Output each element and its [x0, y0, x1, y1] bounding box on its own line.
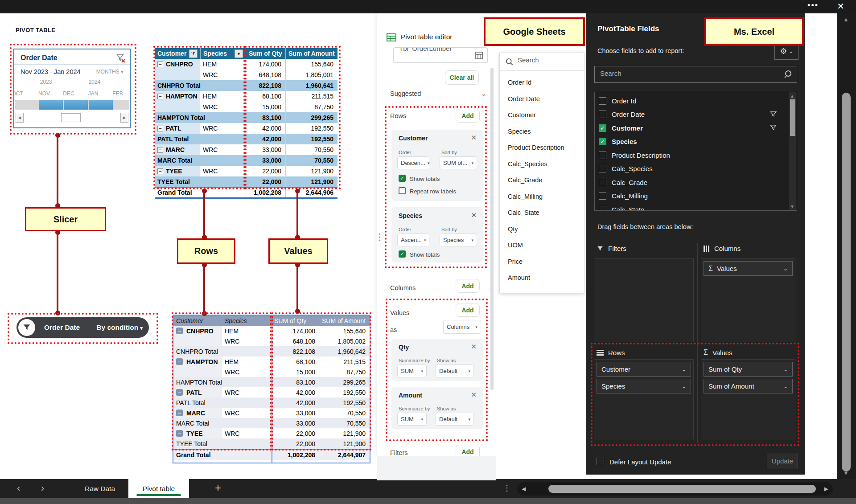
field-checkbox[interactable]	[599, 179, 606, 186]
order-dropdown[interactable]: Descen...▾	[397, 156, 429, 169]
table-total-row[interactable]: HAMPTON Total83,100299,265	[155, 112, 337, 123]
defer-layout-checkbox[interactable]	[597, 458, 604, 465]
scrollbar-thumb[interactable]	[842, 93, 851, 471]
show-totals-checkbox[interactable]: ✓	[399, 175, 406, 182]
field-list-item[interactable]: Price	[508, 258, 523, 265]
area-field-item[interactable]: Customer⌄	[597, 362, 691, 377]
collapse-icon[interactable]: −	[176, 389, 183, 396]
field-checkbox-checked[interactable]: ✓	[599, 124, 606, 132]
sort-filter-icon[interactable]	[189, 49, 198, 58]
slicer-scroll-left[interactable]: ◀	[16, 113, 24, 123]
remove-field-icon[interactable]: ✕	[471, 343, 477, 351]
slicer-selected-segment[interactable]	[39, 100, 63, 110]
show-totals-checkbox[interactable]: ✓	[399, 250, 406, 258]
field-list-item[interactable]: UOM	[508, 242, 523, 249]
field-list-item[interactable]: Amount	[508, 274, 530, 281]
field-list-item[interactable]: Customer	[508, 111, 536, 119]
table-row[interactable]: −MARCWRC33,00070,550	[155, 144, 337, 155]
field-row[interactable]: Order Date	[595, 108, 797, 121]
tab-scroll-right-icon[interactable]: ›	[41, 483, 44, 494]
field-row[interactable]: Order Id	[595, 94, 797, 107]
rows-add-button[interactable]: Add	[456, 109, 480, 123]
collapse-icon[interactable]: −	[157, 126, 163, 131]
fields-search-input[interactable]	[600, 70, 774, 77]
field-list-item[interactable]: Calc_State	[508, 209, 539, 216]
clear-all-button[interactable]: Clear all	[445, 70, 479, 85]
remove-field-icon[interactable]: ✕	[471, 134, 477, 142]
field-list-item[interactable]: Calc_Grade	[508, 176, 542, 184]
table-row[interactable]: −TYEEWRC22,000121,900	[155, 166, 337, 176]
slicer-month-label[interactable]: FEB	[106, 90, 130, 97]
collapse-icon[interactable]: −	[157, 94, 163, 99]
scroll-left-icon[interactable]: ◀	[522, 486, 526, 492]
field-list-item[interactable]: Calc_Milling	[508, 193, 543, 200]
slicer-month-label[interactable]: DEC	[57, 90, 81, 97]
column-header[interactable]: Customer	[155, 48, 200, 59]
field-list-item[interactable]: Calc_Species	[508, 160, 547, 168]
field-list-item[interactable]: Species	[508, 128, 531, 135]
fields-search-box[interactable]	[594, 66, 797, 83]
scroll-right-icon[interactable]: ▶	[824, 486, 828, 492]
tab-pivot-table[interactable]: Pivot table	[128, 479, 189, 498]
values-drop-area[interactable]: Sum of Qty⌄Sum of Amount⌄	[701, 359, 795, 439]
field-row[interactable]: Calc_State	[595, 203, 797, 211]
field-checkbox[interactable]	[599, 165, 606, 172]
table-row[interactable]: −HAMPTONHEM68,100211,515	[155, 91, 337, 102]
slicer-period-select[interactable]: MONTHS ▾	[96, 69, 123, 75]
timeline-slicer[interactable]: Order Date Nov 2023 - Jan 2024 MONTHS ▾ …	[13, 49, 131, 128]
column-header[interactable]: SUM of Qty	[272, 316, 319, 326]
collapse-icon[interactable]: −	[176, 410, 183, 416]
column-header[interactable]: Sum of Qty	[246, 48, 285, 59]
summarize-dropdown[interactable]: SUM▾	[397, 365, 427, 377]
table-row[interactable]: −CNHPROHEM174,000155,640	[155, 59, 337, 70]
excel-pivot-table[interactable]: CustomerSpecies▾Sum of QtySum of Amount−…	[155, 48, 337, 199]
collapse-icon[interactable]: −	[176, 430, 183, 437]
slicer-scroll-thumb[interactable]	[61, 113, 81, 122]
field-row[interactable]: Product Description	[595, 148, 797, 162]
field-list-item[interactable]: Product Description	[508, 144, 564, 151]
field-list-item[interactable]: Qty	[508, 225, 518, 233]
sortby-dropdown[interactable]: SUM of...▾	[440, 156, 477, 169]
values-add-button[interactable]: Add	[456, 303, 480, 317]
repeat-row-labels-checkbox[interactable]	[399, 187, 406, 194]
showas-dropdown[interactable]: Default▾	[436, 365, 474, 377]
table-total-row[interactable]: PATL Total42,000192,550	[155, 134, 337, 144]
field-card-species[interactable]: Species ✕ Order Sort by Ascen...▾ Specie…	[391, 207, 483, 262]
column-header[interactable]: Customer	[173, 316, 222, 326]
suggested-section[interactable]: Suggested	[390, 90, 421, 97]
showas-dropdown[interactable]: Default▾	[436, 413, 474, 426]
select-range-icon[interactable]	[475, 52, 483, 61]
field-row[interactable]: ✓Species	[595, 135, 797, 148]
field-checkbox[interactable]	[599, 152, 606, 159]
slicer-selected-segment[interactable]	[64, 100, 88, 110]
slicer-month-label[interactable]: NOV	[32, 90, 56, 97]
collapse-icon[interactable]: −	[176, 358, 183, 365]
scroll-down-icon[interactable]: ▼	[843, 470, 849, 476]
field-list-item[interactable]: Order Date	[508, 95, 540, 102]
collapse-icon[interactable]: −	[176, 328, 183, 334]
tab-scroll-left-icon[interactable]: ‹	[17, 483, 20, 494]
horizontal-scrollbar[interactable]: ◀ ▶	[517, 482, 833, 496]
field-list-item[interactable]: Order Id	[508, 79, 531, 86]
area-field-item[interactable]: Species⌄	[597, 379, 691, 393]
window-menu-icon[interactable]: •••	[807, 1, 819, 10]
table-row[interactable]: WRC648,1081,805,001	[155, 70, 337, 80]
filter-chip-mode[interactable]: By condition ▾	[96, 324, 143, 332]
field-row[interactable]: Calc_Grade	[595, 176, 797, 189]
columns-add-button[interactable]: Add	[456, 279, 480, 293]
field-row[interactable]: Calc_Species	[595, 162, 797, 176]
field-checkbox[interactable]	[599, 97, 606, 105]
slicer-scroll-right[interactable]: ▶	[120, 113, 128, 123]
table-header-row[interactable]: CustomerSpecies▾Sum of QtySum of Amount	[155, 48, 337, 59]
collapse-icon[interactable]: −	[157, 168, 163, 174]
order-dropdown[interactable]: Ascen...▾	[397, 234, 429, 246]
field-checkbox[interactable]	[599, 206, 606, 211]
sortby-dropdown[interactable]: Species▾	[440, 234, 477, 246]
scrollbar-thumb[interactable]	[548, 485, 816, 493]
vertical-scrollbar[interactable]: ▲ ▼	[837, 13, 856, 479]
column-header[interactable]: Species▾	[200, 48, 246, 59]
kebab-menu-icon[interactable]: ⋮	[503, 483, 511, 493]
area-field-item[interactable]: Sum of Amount⌄	[704, 379, 793, 393]
values-as-dropdown[interactable]: Columns▾	[443, 320, 481, 334]
field-checkbox-checked[interactable]: ✓	[599, 138, 606, 145]
